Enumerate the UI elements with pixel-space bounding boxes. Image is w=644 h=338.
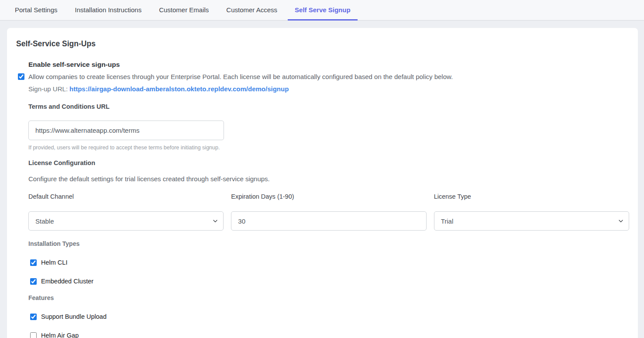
terms-url-input[interactable] bbox=[28, 121, 224, 140]
expiration-days-label: Expiration Days (1-90) bbox=[231, 193, 426, 200]
expiration-days-input[interactable] bbox=[231, 211, 426, 231]
support-bundle-upload-label[interactable]: Support Bundle Upload bbox=[41, 313, 107, 320]
enable-signups-description: Allow companies to create licenses throu… bbox=[28, 72, 453, 81]
enable-signups-checkbox[interactable] bbox=[18, 73, 24, 80]
tab-installation-instructions[interactable]: Installation Instructions bbox=[68, 0, 149, 21]
signup-url-label: Sign-up URL: bbox=[28, 85, 68, 93]
support-bundle-upload-row: Support Bundle Upload bbox=[30, 313, 629, 320]
helm-cli-checkbox[interactable] bbox=[30, 259, 37, 266]
embedded-cluster-checkbox[interactable] bbox=[30, 278, 37, 285]
terms-url-help-text: If provided, users will be required to a… bbox=[28, 145, 629, 151]
signup-url-link[interactable]: https://airgap-download-amberalston.okte… bbox=[69, 85, 289, 93]
embedded-cluster-row: Embedded Cluster bbox=[30, 278, 629, 285]
default-channel-select[interactable]: Stable bbox=[28, 211, 224, 231]
enable-signups-row: Allow companies to create licenses throu… bbox=[18, 72, 629, 81]
default-channel-field: Default Channel Stable bbox=[28, 193, 224, 231]
tab-self-serve-signup[interactable]: Self Serve Signup bbox=[288, 0, 358, 21]
default-channel-label: Default Channel bbox=[28, 193, 224, 200]
self-service-signups-panel: Self-Service Sign-Ups Enable self-servic… bbox=[7, 28, 638, 338]
installation-types-heading: Installation Types bbox=[28, 240, 629, 247]
license-configuration-description: Configure the default settings for trial… bbox=[28, 175, 629, 183]
embedded-cluster-label[interactable]: Embedded Cluster bbox=[41, 278, 93, 285]
signup-settings-form: Enable self-service sign-ups Allow compa… bbox=[28, 61, 629, 338]
enable-signups-heading: Enable self-service sign-ups bbox=[28, 61, 629, 69]
license-type-field: License Type Trial bbox=[434, 193, 629, 231]
expiration-days-field: Expiration Days (1-90) bbox=[231, 193, 426, 231]
settings-tab-bar: Portal Settings Installation Instruction… bbox=[0, 0, 644, 21]
support-bundle-upload-checkbox[interactable] bbox=[30, 314, 37, 320]
page-title: Self-Service Sign-Ups bbox=[16, 39, 629, 48]
helm-air-gap-row: Helm Air Gap bbox=[30, 332, 629, 338]
helm-cli-label[interactable]: Helm CLI bbox=[41, 259, 67, 266]
license-type-label: License Type bbox=[434, 193, 629, 200]
tab-customer-emails[interactable]: Customer Emails bbox=[152, 0, 216, 21]
helm-air-gap-label[interactable]: Helm Air Gap bbox=[41, 332, 79, 338]
signup-url-line: Sign-up URL:https://airgap-download-ambe… bbox=[28, 85, 629, 93]
helm-air-gap-checkbox[interactable] bbox=[30, 332, 37, 338]
helm-cli-row: Helm CLI bbox=[30, 259, 629, 266]
tab-customer-access[interactable]: Customer Access bbox=[219, 0, 284, 21]
terms-url-label: Terms and Conditions URL bbox=[28, 103, 629, 110]
features-heading: Features bbox=[28, 294, 629, 301]
license-config-fields: Default Channel Stable Expiration Days (… bbox=[28, 193, 629, 231]
tab-portal-settings[interactable]: Portal Settings bbox=[8, 0, 65, 21]
license-type-select[interactable]: Trial bbox=[434, 211, 629, 231]
license-configuration-heading: License Configuration bbox=[28, 159, 629, 166]
